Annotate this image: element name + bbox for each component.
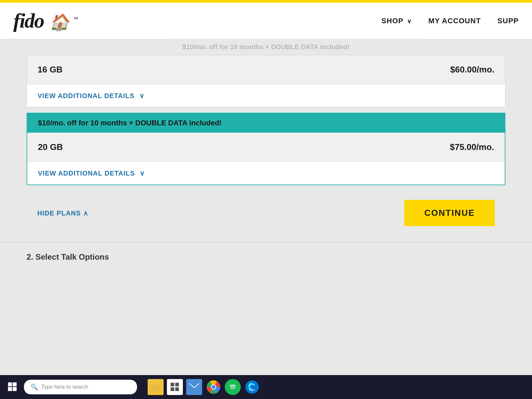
nav-links: SHOP ∨ MY ACCOUNT SUPP [381, 17, 519, 25]
nav-my-account[interactable]: MY ACCOUNT [428, 17, 481, 25]
taskbar: 🔍 Type here to search [0, 375, 532, 399]
logo-area: fido 🏠 ™ [13, 9, 381, 33]
plan-card-16gb[interactable]: 16 GB $60.00/mo. VIEW ADDITIONAL DETAILS… [27, 55, 505, 107]
svg-rect-9 [171, 387, 174, 391]
plan-20gb-view-details[interactable]: VIEW ADDITIONAL DETAILS ∨ [27, 162, 505, 185]
fido-logo[interactable]: fido 🏠 ™ [13, 9, 77, 33]
taskbar-grid-icon[interactable] [167, 379, 183, 395]
navbar: fido 🏠 ™ SHOP ∨ MY ACCOUNT SUPP [0, 3, 532, 39]
view-details-20gb-link[interactable]: VIEW ADDITIONAL DETAILS ∨ [38, 170, 145, 177]
plan-card-20gb[interactable]: $10/mo. off for 10 months + DOUBLE DATA … [27, 113, 505, 185]
taskbar-mail-icon[interactable] [186, 379, 202, 395]
svg-rect-8 [175, 383, 179, 386]
taskbar-file-explorer-icon[interactable] [148, 379, 164, 395]
view-details-16gb-chevron-icon: ∨ [139, 92, 145, 99]
plan-20gb-row: 20 GB $75.00/mo. [27, 133, 505, 162]
svg-point-15 [211, 385, 215, 389]
shop-chevron-icon: ∨ [407, 18, 412, 25]
svg-rect-2 [8, 387, 12, 391]
top-bar [0, 0, 532, 3]
taskbar-search-bar[interactable]: 🔍 Type here to search [24, 380, 137, 394]
svg-rect-3 [13, 387, 17, 391]
taskbar-spotify-icon[interactable] [225, 379, 241, 395]
taskbar-chrome-icon[interactable] [205, 379, 221, 395]
taskbar-edge-icon[interactable] [244, 379, 260, 395]
hide-plans-link[interactable]: HIDE PLANS ∧ [37, 209, 88, 217]
continue-button[interactable]: CONTINUE [404, 200, 495, 226]
plan-16gb-price: $60.00/mo. [450, 65, 494, 75]
svg-point-16 [227, 382, 238, 392]
plan-16gb-view-details[interactable]: VIEW ADDITIONAL DETAILS ∨ [27, 84, 505, 107]
plan-20gb-data: 20 GB [38, 142, 63, 152]
svg-rect-7 [171, 383, 174, 386]
promo-banner-text: $10/mo. off for 10 months + DOUBLE DATA … [38, 119, 222, 127]
svg-rect-10 [175, 387, 179, 391]
taskbar-icons [148, 379, 260, 395]
windows-start-button[interactable] [5, 380, 20, 394]
section-2-header: 2. Select Talk Options [0, 242, 532, 272]
taskbar-search-placeholder: Type here to search [41, 384, 88, 390]
svg-rect-1 [13, 382, 17, 386]
view-details-16gb-link[interactable]: VIEW ADDITIONAL DETAILS ∨ [38, 92, 145, 99]
nav-support[interactable]: SUPP [497, 17, 519, 25]
hide-plans-chevron-icon: ∧ [83, 209, 88, 217]
action-row: HIDE PLANS ∧ CONTINUE [27, 191, 505, 235]
plan-20gb-price: $75.00/mo. [450, 142, 494, 152]
plan-16gb-data: 16 GB [38, 65, 63, 75]
svg-rect-0 [8, 382, 12, 386]
main-content: 16 GB $60.00/mo. VIEW ADDITIONAL DETAILS… [0, 55, 532, 235]
logo-house-icon: 🏠 [50, 13, 69, 32]
taskbar-search-icon: 🔍 [31, 383, 38, 391]
promo-banner: $10/mo. off for 10 months + DOUBLE DATA … [27, 113, 505, 133]
ghost-promo-text: $10/mo. off for 10 months + DOUBLE DATA … [0, 39, 532, 55]
plan-16gb-row: 16 GB $60.00/mo. [27, 55, 505, 84]
logo-tm: ™ [73, 16, 77, 21]
nav-shop[interactable]: SHOP ∨ [381, 17, 412, 25]
view-details-20gb-chevron-icon: ∨ [140, 170, 145, 177]
svg-rect-6 [151, 385, 161, 391]
svg-point-17 [245, 380, 259, 394]
section-2-title: 2. Select Talk Options [27, 252, 109, 261]
